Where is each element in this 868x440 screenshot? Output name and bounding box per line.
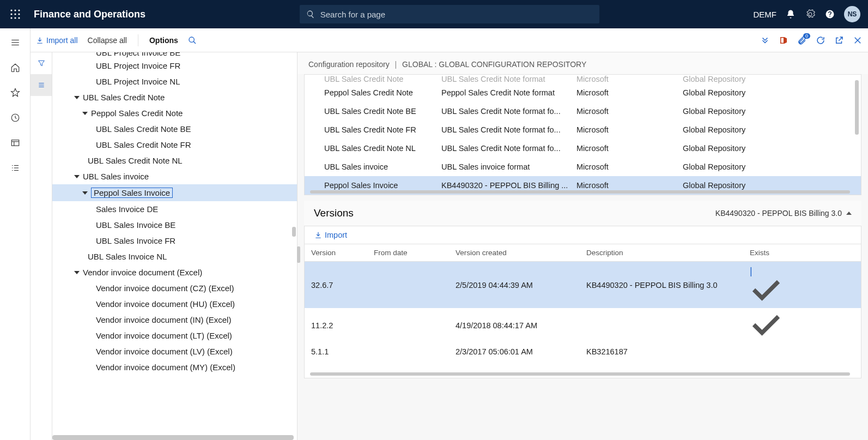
import-all-button[interactable]: Import all [36, 36, 78, 45]
company-code[interactable]: DEMF [754, 10, 777, 19]
tree-item-label: Vendor invoice document (LV) (Excel) [96, 347, 233, 356]
table-row[interactable]: UBL Sales invoiceUBL Sales invoice forma… [305, 158, 861, 176]
tree-item[interactable]: UBL Sales Credit Note NL [52, 153, 297, 168]
col-version[interactable]: Version [311, 249, 374, 257]
col-from-date[interactable]: From date [374, 249, 456, 257]
app-title: Finance and Operations [34, 9, 145, 20]
search-input[interactable]: Search for a page [300, 5, 599, 23]
tree-item-label: Vendor invoice document (Excel) [83, 268, 202, 277]
horizontal-scrollbar[interactable] [52, 435, 294, 440]
avatar[interactable]: NS [844, 6, 860, 22]
tree-item[interactable]: Vendor invoice document (LV) (Excel) [52, 343, 297, 359]
find-button[interactable] [188, 36, 197, 45]
clock-icon[interactable] [9, 111, 22, 124]
close-icon[interactable] [853, 35, 863, 45]
app-launcher[interactable] [0, 0, 31, 28]
office-icon[interactable] [779, 35, 788, 45]
attach-icon[interactable]: 0 [797, 35, 807, 45]
svg-point-3 [10, 13, 12, 15]
caret-down-icon [82, 112, 88, 115]
tree-item[interactable]: UBL Project Invoice NL [52, 74, 297, 89]
tree-item-label: UBL Sales invoice [83, 172, 149, 181]
table-row[interactable]: UBL Sales Credit Note FRUBL Sales Credit… [305, 120, 861, 139]
tree-item[interactable]: UBL Sales Credit Note BE [52, 121, 297, 137]
tree-item[interactable]: UBL Sales Invoice NL [52, 249, 297, 264]
options-button[interactable]: Options [149, 36, 178, 45]
filter-button[interactable] [31, 52, 52, 74]
versions-header-row: Version From date Version created Descri… [305, 244, 861, 262]
star-icon[interactable] [9, 86, 22, 99]
versions-card: Import Version From date Version created… [304, 226, 861, 378]
col-exists[interactable]: Exists [750, 249, 782, 257]
feedback-icon[interactable] [760, 35, 770, 45]
svg-point-8 [18, 17, 20, 19]
table-row[interactable]: UBL Sales Credit NoteUBL Sales Credit No… [305, 75, 861, 83]
tree-item[interactable]: UBL Sales invoice [52, 168, 297, 184]
cell-name: UBL Sales Credit Note [324, 75, 441, 83]
check-icon [750, 295, 782, 304]
modules-icon[interactable] [9, 161, 22, 174]
import-button[interactable]: Import [314, 231, 851, 239]
tree-item-label: UBL Sales Credit Note [83, 93, 165, 102]
tree-item[interactable]: Vendor invoice document (LT) (Excel) [52, 328, 297, 343]
chevron-up-icon [846, 212, 852, 215]
cell-provider: Microsoft [576, 75, 683, 83]
gear-icon[interactable] [805, 9, 816, 20]
grid-horizontal-scrollbar[interactable] [310, 190, 850, 194]
versions-row[interactable]: 32.6.72/5/2019 04:44:39 AMKB4490320 - PE… [305, 262, 861, 308]
tree-item[interactable]: Vendor invoice document (HU) (Excel) [52, 296, 297, 312]
vertical-scroll-thumb[interactable] [292, 227, 296, 237]
home-icon[interactable] [9, 61, 22, 74]
splitter-handle[interactable] [297, 246, 300, 263]
tree-item[interactable]: Peppol Sales Credit Note [52, 105, 297, 121]
tree-item[interactable]: Vendor invoice document (MY) (Excel) [52, 359, 297, 375]
grid-vertical-scrollbar[interactable] [855, 80, 859, 135]
help-icon[interactable] [824, 9, 835, 20]
table-row[interactable]: Peppol Sales Credit NotePeppol Sales Cre… [305, 83, 861, 102]
config-grid[interactable]: UBL Sales Credit NoteUBL Sales Credit No… [305, 75, 861, 195]
versions-row[interactable]: 11.2.24/19/2018 08:44:17 AM [305, 308, 861, 343]
breadcrumb-root[interactable]: Configuration repository [308, 60, 390, 69]
workspace-icon[interactable] [9, 136, 22, 149]
caret-down-icon [82, 191, 88, 195]
col-description[interactable]: Description [586, 249, 750, 257]
cell-name: UBL Sales Credit Note BE [324, 107, 441, 116]
tree-item[interactable]: UBL Sales Credit Note [52, 89, 297, 105]
collapse-all-button[interactable]: Collapse all [88, 36, 127, 45]
tree-item-label: UBL Sales Credit Note NL [88, 156, 183, 165]
versions-horizontal-scrollbar[interactable] [310, 372, 850, 376]
separator [138, 34, 138, 46]
tree-item[interactable]: UBL Sales Invoice FR [52, 233, 297, 249]
cell-name: UBL Sales Credit Note FR [324, 125, 441, 134]
cell-desc: UBL Sales Credit Note format fo... [441, 125, 576, 134]
cell-exists [750, 312, 782, 339]
tree-item-label: UBL Sales Invoice FR [96, 236, 175, 245]
tree-item[interactable]: UBL Project Invoice BE [52, 52, 297, 58]
svg-point-0 [10, 9, 12, 11]
col-created[interactable]: Version created [456, 249, 586, 257]
list-button[interactable] [31, 74, 52, 96]
cell-desc: UBL Sales invoice format [441, 162, 576, 171]
table-row[interactable]: UBL Sales Credit Note NLUBL Sales Credit… [305, 139, 861, 158]
table-row[interactable]: UBL Sales Credit Note BEUBL Sales Credit… [305, 102, 861, 120]
bell-icon[interactable] [785, 9, 796, 20]
nav-rail [0, 28, 31, 440]
tree-item[interactable]: Vendor invoice document (CZ) (Excel) [52, 280, 297, 296]
tree-item[interactable]: UBL Sales Credit Note FR [52, 137, 297, 153]
tree-item[interactable]: UBL Sales Invoice BE [52, 217, 297, 233]
versions-row[interactable]: 5.1.12/3/2017 05:06:01 AMKB3216187 [305, 343, 861, 360]
tree-item[interactable]: UBL Project Invoice FR [52, 58, 297, 74]
tree-item[interactable]: Vendor invoice document (Excel) [52, 264, 297, 280]
cell-exists: | [750, 266, 782, 304]
tree[interactable]: UBL Project Invoice BEUBL Project Invoic… [52, 52, 297, 440]
tree-item[interactable]: Sales Invoice DE [52, 201, 297, 217]
tree-item[interactable]: Peppol Sales Invoice [52, 184, 297, 201]
cell-desc: UBL Sales Credit Note format fo... [441, 107, 576, 116]
tree-item[interactable]: Vendor invoice document (IN) (Excel) [52, 312, 297, 328]
cell-desc: UBL Sales Credit Note format [441, 75, 576, 83]
cell-name: Peppol Sales Credit Note [324, 88, 441, 97]
refresh-icon[interactable] [816, 35, 825, 45]
versions-section-header[interactable]: Versions KB4490320 - PEPPOL BIS Billing … [304, 201, 861, 226]
popout-icon[interactable] [834, 35, 844, 45]
hamburger-icon[interactable] [9, 36, 22, 49]
